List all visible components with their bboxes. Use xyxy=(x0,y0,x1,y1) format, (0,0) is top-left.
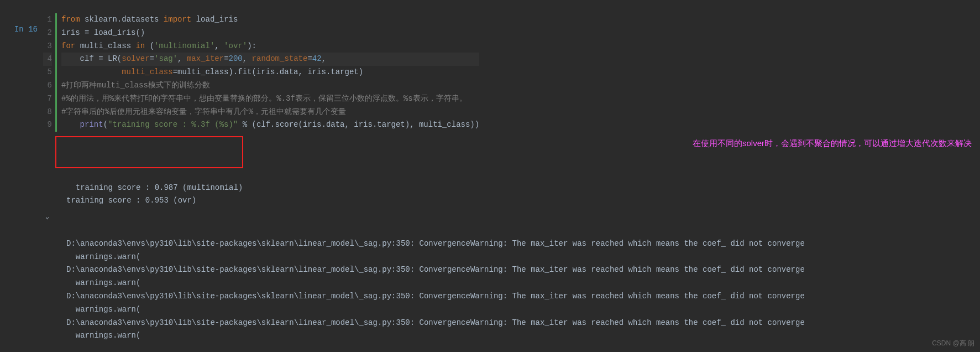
code-line[interactable]: for multi_class in ('multinomial', 'ovr'… xyxy=(61,40,479,53)
line-number: 1 xyxy=(43,13,52,27)
line-numbers: 1 2 3 4 5 6 7 8 9 xyxy=(43,13,55,132)
line-number: 6 xyxy=(43,79,52,92)
warning-line: D:\anaconda3\envs\py310\lib\site-package… xyxy=(66,265,805,274)
line-number: 2 xyxy=(43,27,52,40)
prompt-number: 16 xyxy=(28,25,38,34)
warning-line: D:\anaconda3\envs\py310\lib\site-package… xyxy=(66,318,805,327)
highlight-box xyxy=(55,136,243,168)
line-number: 4 xyxy=(43,53,52,66)
warning-line: warnings.warn( xyxy=(66,278,140,287)
output-line: training score : 0.987 (multinomial) xyxy=(76,183,243,192)
code-line[interactable]: #%的用法，用%来代替打印的字符串中，想由变量替换的部分。%.3f表示，保留三位… xyxy=(61,92,479,106)
chevron-down-icon[interactable]: ⌄ xyxy=(45,211,49,222)
cell-output: 在使用不同的solver时，会遇到不聚合的情况，可以通过增大迭代次数来解决 tr… xyxy=(0,132,980,208)
warnings-output: ⌄ D:\anaconda3\envs\py310\lib\site-packa… xyxy=(0,208,980,343)
cell-prompt: In 16 xyxy=(0,13,43,132)
gutter-and-code: 1 2 3 4 5 6 7 8 9 from sklearn.datasets … xyxy=(43,13,479,132)
code-line[interactable]: print("training score : %.3f (%s)" % (cl… xyxy=(61,118,479,132)
code-line-highlighted[interactable]: clf = LR(solver='sag', max_iter=200, ran… xyxy=(61,53,479,66)
warning-line: warnings.warn( xyxy=(66,331,140,340)
warning-line: warnings.warn( xyxy=(66,252,140,261)
warning-line: D:\anaconda3\envs\py310\lib\site-package… xyxy=(66,292,805,301)
code-line[interactable]: multi_class=multi_class).fit(iris.data, … xyxy=(61,66,479,79)
output-line: training score : 0.953 (ovr) xyxy=(66,196,196,205)
code-editor[interactable]: from sklearn.datasets import load_iris i… xyxy=(55,13,479,132)
prompt-in: In xyxy=(14,25,24,34)
watermark: CSDN @高 朗 xyxy=(932,338,974,349)
warning-line: D:\anaconda3\envs\py310\lib\site-package… xyxy=(66,239,805,248)
warning-line: warnings.warn( xyxy=(66,305,140,314)
line-number: 3 xyxy=(43,40,52,53)
code-line[interactable]: #字符串后的%后使用元祖来容纳变量，字符串中有几个%，元祖中就需要有几个变量 xyxy=(61,106,479,119)
user-annotation: 在使用不同的solver时，会遇到不聚合的情况，可以通过增大迭代次数来解决 xyxy=(693,137,958,150)
code-line[interactable]: iris = load_iris() xyxy=(61,27,479,40)
code-cell: In 16 1 2 3 4 5 6 7 8 9 from sklearn.dat… xyxy=(0,0,980,132)
code-line[interactable]: #打印两种multi_class模式下的训练分数 xyxy=(61,79,479,92)
code-line[interactable]: from sklearn.datasets import load_iris xyxy=(61,13,479,27)
line-number: 7 xyxy=(43,92,52,106)
line-number: 5 xyxy=(43,66,52,79)
line-number: 9 xyxy=(43,118,52,132)
line-number: 8 xyxy=(43,106,52,119)
